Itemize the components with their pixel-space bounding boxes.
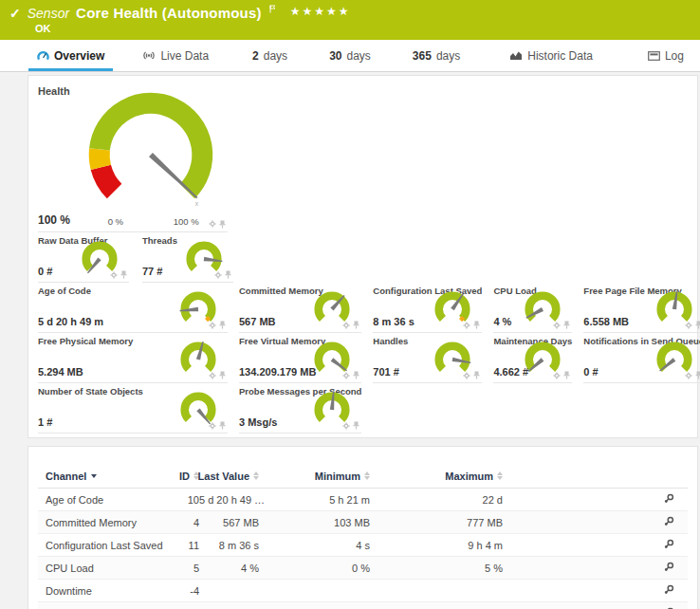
edit-channel-icon[interactable]	[664, 539, 674, 549]
gauge-cell[interactable]: Free Page File Memory 6.558 MB	[583, 283, 700, 333]
cell-id: 5	[171, 563, 199, 574]
gauges-bottom-row: Raw Data Buffer 0 # Threads 77 #	[38, 232, 700, 283]
gauge-value: 134.209.179 MB	[239, 366, 316, 378]
gauge-cell[interactable]: Notifications in Send Queue 0 #	[583, 333, 700, 383]
column-header-minimum[interactable]: Minimum	[259, 471, 370, 482]
tab-number: 365	[413, 49, 432, 63]
tab-overview[interactable]: Overview	[28, 43, 113, 71]
gauge-cell[interactable]: Free Virtual Memory 134.209.179 MB	[239, 333, 361, 383]
pin-icon[interactable]	[219, 371, 226, 379]
tab-365-days[interactable]: 365 days	[404, 43, 469, 71]
gauge-value: 8 m 36 s	[373, 316, 414, 327]
priority-stars[interactable]: ★★★★★	[290, 5, 351, 18]
tab-label: days	[436, 49, 460, 63]
cell-id: 4	[171, 517, 199, 528]
cell-max: 22 d	[370, 494, 503, 506]
pin-icon[interactable]	[563, 321, 570, 329]
gauge-value: 3 Msg/s	[239, 416, 277, 428]
column-header-maximum[interactable]: Maximum	[370, 471, 503, 482]
cell-min: 0 %	[259, 563, 370, 574]
gear-icon[interactable]	[110, 271, 118, 279]
gauge-cell[interactable]: Probe Messages per Second 3 Msg/s	[239, 383, 361, 434]
table-row[interactable]: Free Page File Memory 2 6.558 MB 2.235 M…	[38, 602, 688, 609]
pin-icon[interactable]	[563, 371, 570, 379]
gear-icon[interactable]	[685, 322, 692, 329]
pin-icon[interactable]	[120, 270, 127, 279]
gear-icon[interactable]	[209, 422, 216, 430]
pin-icon[interactable]	[473, 371, 480, 379]
object-kind-label: Sensor	[28, 6, 69, 21]
gauge-cell[interactable]: Age of Code 5 d 20 h 49 m	[38, 283, 228, 333]
gauge-cell[interactable]: Free Physical Memory 5.294 MB	[38, 333, 228, 383]
cell-max: 777 MB	[370, 517, 503, 528]
gear-icon[interactable]	[463, 322, 470, 329]
gauge-cell[interactable]: Configuration Last Saved 8 m 36 s	[373, 283, 482, 333]
cell-last: 8 m 36 s	[199, 540, 259, 551]
cell-last: 4 %	[199, 563, 259, 574]
column-label: ID	[179, 471, 190, 482]
gauge-cell[interactable]: Raw Data Buffer 0 #	[38, 232, 129, 283]
gauge-cell[interactable]: Threads 77 #	[142, 232, 233, 283]
pin-icon[interactable]	[219, 321, 226, 329]
tab-historic-data[interactable]: Historic Data	[501, 43, 601, 71]
gear-icon[interactable]	[209, 220, 216, 228]
pin-icon[interactable]	[219, 220, 226, 229]
table-row[interactable]: Committed Memory 4 567 MB 103 MB 777 MB	[38, 511, 688, 534]
gauge-value: 567 MB	[239, 316, 276, 327]
tab-label: Overview	[54, 49, 104, 63]
gear-icon[interactable]	[463, 372, 470, 379]
gear-icon[interactable]	[342, 322, 350, 329]
edit-channel-icon[interactable]	[664, 493, 674, 504]
column-header-last-value[interactable]: Last Value	[199, 471, 259, 482]
gear-icon[interactable]	[685, 372, 692, 379]
cell-channel: Configuration Last Saved	[38, 540, 171, 551]
gear-icon[interactable]	[342, 372, 350, 379]
gear-icon[interactable]	[209, 372, 216, 379]
gauge-cell[interactable]: Handles 701 #	[373, 333, 482, 383]
pin-icon[interactable]	[353, 321, 359, 329]
pin-icon[interactable]	[473, 321, 480, 329]
channel-table-panel: Channel ID Last Value Minimum Maximum Ag…	[28, 446, 698, 609]
tab-30-days[interactable]: 30 days	[321, 43, 379, 71]
edit-channel-icon[interactable]	[664, 516, 674, 526]
pin-icon[interactable]	[695, 371, 700, 379]
column-label: Minimum	[315, 471, 360, 482]
column-header-channel[interactable]: Channel	[38, 471, 171, 482]
gear-icon[interactable]	[553, 372, 561, 379]
cell-last: 5 d 20 h 49 …	[199, 494, 259, 506]
edit-channel-icon[interactable]	[664, 584, 674, 595]
log-icon	[648, 51, 660, 61]
tab-label: Historic Data	[527, 49, 593, 63]
gear-icon[interactable]	[342, 422, 350, 430]
gear-icon[interactable]	[553, 322, 561, 329]
tab-log[interactable]: Log	[639, 43, 692, 71]
edit-channel-icon[interactable]	[664, 562, 674, 572]
column-header-id[interactable]: ID	[171, 471, 199, 482]
health-gauge-cell[interactable]: Health x 0 % 100 % 100 %	[38, 82, 228, 232]
tab-label: Log	[665, 49, 684, 63]
table-row[interactable]: Age of Code 10 5 d 20 h 49 … 5 h 21 m 22…	[38, 489, 688, 511]
table-row[interactable]: CPU Load 5 4 % 0 % 5 %	[38, 557, 688, 580]
cell-channel: Committed Memory	[38, 517, 171, 528]
gauge-cell[interactable]: CPU Load 4 %	[493, 283, 572, 333]
gauge-cell[interactable]: Maintenance Days 4.662 #	[493, 333, 572, 383]
pin-icon[interactable]	[219, 421, 226, 430]
health-axis-max: 100 %	[174, 216, 200, 227]
pin-icon[interactable]	[353, 371, 359, 379]
gauge-cell[interactable]: Committed Memory 567 MB	[239, 283, 361, 333]
gauge-value: 0 #	[38, 266, 52, 277]
cell-channel: CPU Load	[38, 563, 171, 574]
pin-icon[interactable]	[225, 270, 231, 279]
gear-icon[interactable]	[214, 271, 222, 279]
gauge-value: 6.558 MB	[583, 316, 629, 327]
cell-id: 10	[171, 494, 199, 506]
cell-id: -4	[171, 585, 199, 597]
tab-live-data[interactable]: Live Data	[134, 43, 217, 71]
gear-icon[interactable]	[209, 322, 216, 329]
tab-2-days[interactable]: 2 days	[244, 43, 296, 71]
pin-icon[interactable]	[353, 421, 359, 430]
gauge-cell[interactable]: Number of State Objects 1 #	[38, 383, 228, 434]
table-row[interactable]: Downtime -4	[38, 580, 688, 602]
pin-icon[interactable]	[695, 321, 700, 329]
table-row[interactable]: Configuration Last Saved 11 8 m 36 s 4 s…	[38, 534, 688, 557]
